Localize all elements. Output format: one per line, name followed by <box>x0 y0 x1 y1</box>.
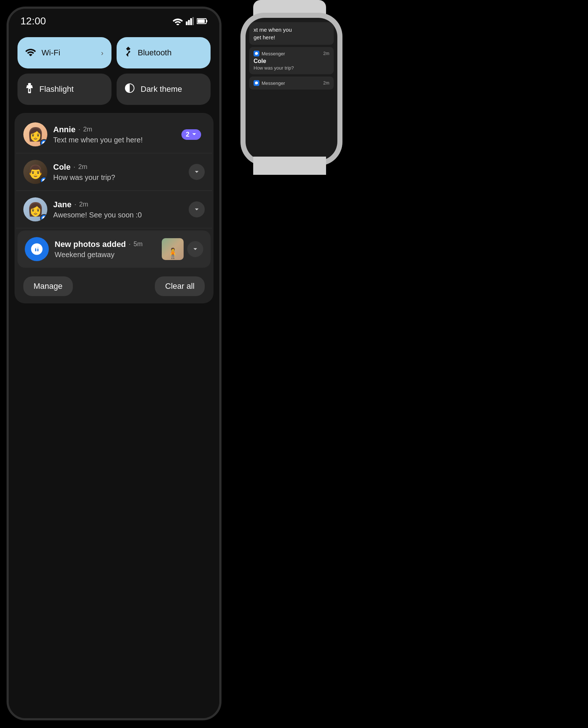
watch-notif-cole: Messenger 2m Cole How was your trip? <box>249 47 334 74</box>
darktheme-icon <box>125 83 135 96</box>
watch-time-cole: 2m <box>323 51 329 56</box>
notif-content-cole: Cole · 2m How was your trip? <box>47 162 189 182</box>
bluetooth-icon <box>125 47 132 59</box>
notif-name-photos: New photos added <box>55 240 126 249</box>
notification-jane[interactable]: 👩 Jane · 2m Awesome! See you soon :0 <box>16 191 212 228</box>
notif-msg-photos: Weekend getaway <box>55 251 162 259</box>
notification-annie[interactable]: 👩 Annie · 2m Text me when you get here! … <box>16 116 212 153</box>
watch-strap-bottom <box>253 157 326 175</box>
signal-status-icon <box>186 17 194 25</box>
messenger-badge-jane <box>40 214 47 221</box>
expand-btn-jane[interactable] <box>189 201 205 217</box>
notification-photos[interactable]: New photos added · 5m Weekend getaway 🧍 <box>17 231 211 268</box>
watch-msg-cole: How was your trip? <box>254 65 329 71</box>
svg-rect-2 <box>190 18 192 25</box>
notif-header-annie: Annie · 2m <box>53 125 181 134</box>
qs-tile-bluetooth[interactable]: Bluetooth <box>117 37 211 68</box>
notif-name-cole: Cole <box>53 162 71 172</box>
watch-time-partial: 2m <box>323 80 329 86</box>
notification-cole[interactable]: 👨 Cole · 2m How was your trip? <box>16 153 212 191</box>
notif-time-photos: 5m <box>134 240 143 248</box>
manage-button[interactable]: Manage <box>23 276 73 296</box>
notif-header-photos: New photos added · 5m <box>55 240 162 249</box>
watch-notif-annie: xt me when youget here! <box>249 22 334 45</box>
svg-marker-8 <box>26 85 33 88</box>
watch-messenger-icon-partial <box>254 80 259 86</box>
wifi-tile-label: Wi-Fi <box>42 48 60 58</box>
notif-count-badge-annie[interactable]: 2 <box>181 129 201 140</box>
quick-settings: Wi-Fi › Bluetooth <box>9 31 219 105</box>
svg-rect-1 <box>188 20 190 25</box>
notif-header-jane: Jane · 2m <box>53 200 189 209</box>
messenger-badge-annie <box>40 139 47 146</box>
notif-badge-count: 2 <box>186 131 189 138</box>
svg-rect-10 <box>29 89 30 92</box>
avatar-jane: 👩 <box>23 197 47 221</box>
photos-app-icon <box>25 237 49 261</box>
watch-msg-annie: xt me when youget here! <box>254 27 292 40</box>
notif-msg-jane: Awesome! See you soon :0 <box>53 211 189 219</box>
qs-tile-darktheme[interactable]: Dark theme <box>117 74 211 105</box>
svg-rect-5 <box>206 20 207 22</box>
notifications-panel: 👩 Annie · 2m Text me when you get here! … <box>15 113 213 303</box>
darktheme-tile-label: Dark theme <box>141 84 182 94</box>
watch-notif-partial: Messenger 2m <box>249 76 334 90</box>
notif-time-cole: 2m <box>78 163 87 171</box>
expand-btn-cole[interactable] <box>189 164 205 180</box>
watch-case: xt me when youget here! Messenger 2m Col… <box>240 13 342 166</box>
clear-all-button[interactable]: Clear all <box>155 276 205 296</box>
notif-name-annie: Annie <box>53 125 75 134</box>
qs-tile-flashlight[interactable]: Flashlight <box>17 74 111 105</box>
svg-rect-0 <box>186 21 188 25</box>
messenger-badge-cole <box>40 177 47 184</box>
status-bar: 12:00 <box>9 9 219 31</box>
watch-device: xt me when youget here! Messenger 2m Col… <box>233 0 350 175</box>
photo-thumbnail: 🧍 <box>162 238 184 260</box>
watch-sender-cole: Cole <box>254 58 329 64</box>
svg-rect-6 <box>197 19 205 23</box>
flashlight-icon <box>26 83 34 96</box>
notif-header-cole: Cole · 2m <box>53 162 189 172</box>
notifications-footer: Manage Clear all <box>16 270 212 300</box>
phone-screen: 12:00 <box>9 9 219 718</box>
qs-row-2: Flashlight Dark theme <box>17 74 211 105</box>
notif-content-jane: Jane · 2m Awesome! See you soon :0 <box>47 200 189 219</box>
svg-rect-3 <box>192 17 194 25</box>
battery-status-icon <box>197 18 208 24</box>
watch-screen: xt me when youget here! Messenger 2m Col… <box>246 18 337 161</box>
watch-messenger-icon-cole <box>254 51 259 56</box>
notif-time-annie: 2m <box>83 126 92 133</box>
phone-device: 12:00 <box>7 7 222 720</box>
wifi-arrow-icon: › <box>101 49 103 57</box>
avatar-cole: 👨 <box>23 160 47 184</box>
notif-content-photos: New photos added · 5m Weekend getaway <box>49 240 162 259</box>
qs-tile-wifi[interactable]: Wi-Fi › <box>17 37 111 68</box>
status-time: 12:00 <box>20 15 46 27</box>
notif-content-annie: Annie · 2m Text me when you get here! <box>47 125 181 144</box>
wifi-status-icon <box>173 17 183 25</box>
notif-msg-annie: Text me when you get here! <box>53 136 181 144</box>
status-icons <box>173 17 208 25</box>
expand-btn-photos[interactable] <box>187 241 203 257</box>
watch-app-name-partial: Messenger <box>262 80 285 86</box>
wifi-icon <box>26 47 36 59</box>
notif-name-jane: Jane <box>53 200 71 209</box>
avatar-annie: 👩 <box>23 122 47 146</box>
qs-row-1: Wi-Fi › Bluetooth <box>17 37 211 68</box>
notif-time-jane: 2m <box>79 201 88 208</box>
bluetooth-tile-label: Bluetooth <box>138 48 172 58</box>
watch-app-name-cole: Messenger <box>262 51 285 56</box>
flashlight-tile-label: Flashlight <box>39 84 74 94</box>
svg-rect-7 <box>28 83 31 85</box>
notif-msg-cole: How was your trip? <box>53 173 189 182</box>
